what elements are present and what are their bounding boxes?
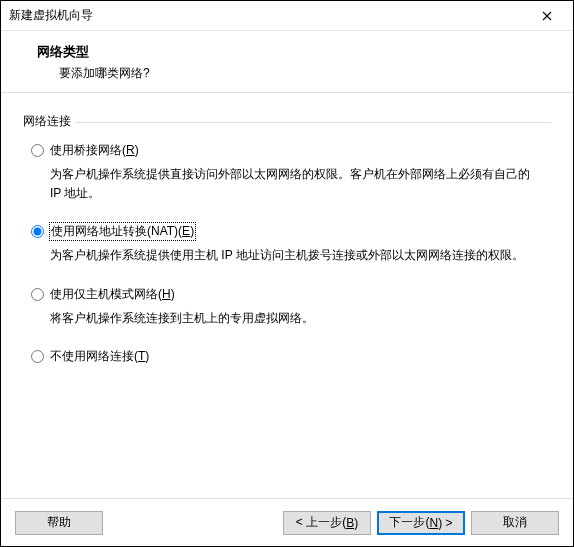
option-nat-row[interactable]: 使用网络地址转换(NAT)(E) [31,223,543,240]
titlebar: 新建虚拟机向导 [1,1,573,31]
wizard-footer: 帮助 < 上一步(B) 下一步(N) > 取消 [1,498,573,546]
option-hostonly-row[interactable]: 使用仅主机模式网络(H) [31,286,543,303]
option-none-label: 不使用网络连接(T) [50,348,149,365]
radio-bridged[interactable] [31,144,44,157]
group-line [75,122,551,123]
page-subtitle: 要添加哪类网络? [37,65,573,82]
radio-none[interactable] [31,350,44,363]
close-button[interactable] [527,2,567,30]
option-bridged-label: 使用桥接网络(R) [50,142,139,159]
option-nat-label: 使用网络地址转换(NAT)(E) [50,223,195,240]
content-area: 网络连接 使用桥接网络(R) 为客户机操作系统提供直接访问外部以太网网络的权限。… [1,93,573,365]
option-none: 不使用网络连接(T) [31,348,543,365]
radio-hostonly[interactable] [31,288,44,301]
radio-nat[interactable] [31,225,44,238]
back-button[interactable]: < 上一步(B) [283,511,371,535]
option-none-row[interactable]: 不使用网络连接(T) [31,348,543,365]
option-hostonly-desc: 将客户机操作系统连接到主机上的专用虚拟网络。 [31,309,543,328]
group-label: 网络连接 [23,113,71,130]
window-title: 新建虚拟机向导 [9,7,93,24]
wizard-header: 网络类型 要添加哪类网络? [1,31,573,92]
option-nat-desc: 为客户机操作系统提供使用主机 IP 地址访问主机拨号连接或外部以太网网络连接的权… [31,246,543,265]
option-bridged: 使用桥接网络(R) 为客户机操作系统提供直接访问外部以太网网络的权限。客户机在外… [31,142,543,203]
option-bridged-desc: 为客户机操作系统提供直接访问外部以太网网络的权限。客户机在外部网络上必须有自己的… [31,165,543,203]
help-button[interactable]: 帮助 [15,511,103,535]
option-nat: 使用网络地址转换(NAT)(E) 为客户机操作系统提供使用主机 IP 地址访问主… [31,223,543,265]
page-title: 网络类型 [37,43,573,61]
close-icon [542,11,552,21]
option-hostonly-label: 使用仅主机模式网络(H) [50,286,175,303]
option-bridged-row[interactable]: 使用桥接网络(R) [31,142,543,159]
option-hostonly: 使用仅主机模式网络(H) 将客户机操作系统连接到主机上的专用虚拟网络。 [31,286,543,328]
cancel-button[interactable]: 取消 [471,511,559,535]
network-group: 网络连接 使用桥接网络(R) 为客户机操作系统提供直接访问外部以太网网络的权限。… [23,113,551,365]
next-button[interactable]: 下一步(N) > [377,511,465,535]
